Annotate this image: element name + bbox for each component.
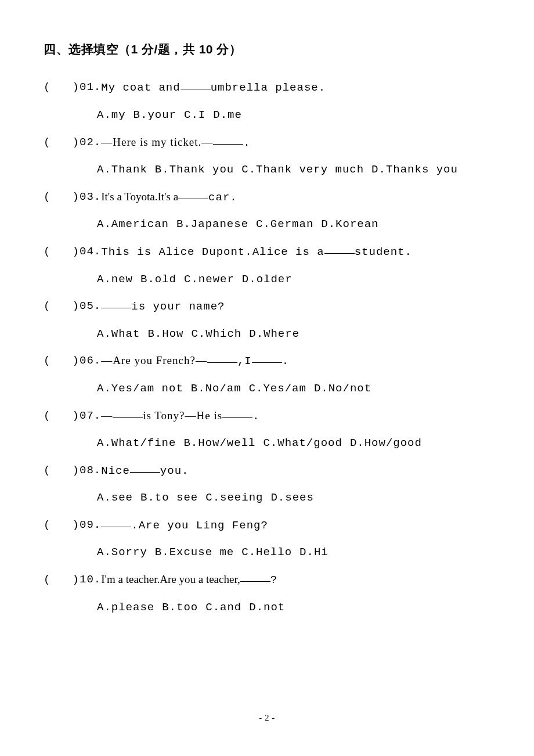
option-c[interactable]: C.German — [256, 218, 313, 231]
option-d[interactable]: D.not — [249, 601, 285, 614]
option-c[interactable]: C.seeing — [205, 491, 263, 504]
option-d[interactable]: D.No/not — [314, 382, 371, 395]
answer-paren[interactable]: ( ) — [44, 80, 80, 96]
option-c[interactable]: C.and — [205, 601, 241, 614]
blank[interactable] — [101, 297, 131, 308]
question-text: .Are you Ling Feng? — [101, 517, 268, 534]
option-a[interactable]: A.see — [97, 491, 133, 504]
option-b[interactable]: B.Excuse me — [155, 546, 234, 559]
option-b[interactable]: B.Thank you — [155, 163, 234, 176]
option-a[interactable]: A.please — [97, 601, 154, 614]
answer-paren[interactable]: ( ) — [44, 353, 80, 369]
question-options: A.myB.yourC.ID.me — [44, 107, 490, 123]
question-stem: ( ) 09. .Are you Ling Feng? — [44, 517, 490, 534]
option-d[interactable]: D.me — [213, 109, 242, 121]
option-a[interactable]: A.Thank — [97, 163, 147, 176]
option-c[interactable]: C.newer — [184, 273, 234, 286]
option-b[interactable]: B.How — [147, 327, 183, 340]
question-item: ( ) 08. Niceyou. A.seeB.to seeC.seeingD.… — [44, 463, 490, 506]
option-c[interactable]: C.I — [184, 109, 205, 121]
option-b[interactable]: B.your — [134, 109, 176, 121]
answer-paren[interactable]: ( ) — [44, 298, 80, 315]
option-b[interactable]: B.old — [140, 273, 176, 286]
question-options: A.What/fineB.How/wellC.What/goodD.How/go… — [44, 435, 490, 451]
question-text: —is Tony?—He is. — [101, 408, 259, 424]
option-a[interactable]: A.my — [97, 109, 126, 121]
question-stem: ( ) 08. Niceyou. — [44, 463, 490, 479]
blank[interactable] — [178, 188, 208, 199]
blank[interactable] — [240, 571, 270, 582]
option-a[interactable]: A.new — [97, 273, 133, 286]
question-text: It's a Toyota.It's acar. — [101, 189, 237, 206]
option-c[interactable]: C.Hello — [241, 546, 292, 559]
option-d[interactable]: D.Where — [249, 327, 300, 340]
question-text: is your name? — [101, 298, 225, 315]
blank[interactable] — [324, 243, 355, 254]
question-text: —Here is my ticket.—. — [101, 135, 250, 151]
option-a[interactable]: A.American — [97, 218, 169, 231]
option-a[interactable]: A.What/fine — [97, 437, 176, 449]
question-number: 03. — [80, 189, 101, 206]
question-number: 02. — [80, 135, 101, 151]
question-item: ( ) 06. —Are you French?—,I. A.Yes/am no… — [44, 353, 490, 396]
question-stem: ( ) 05. is your name? — [44, 298, 490, 315]
question-options: A.WhatB.HowC.WhichD.Where — [44, 326, 490, 342]
blank[interactable] — [222, 407, 252, 418]
question-options: A.newB.oldC.newerD.older — [44, 272, 490, 287]
option-d[interactable]: D.Hi — [300, 546, 329, 559]
option-c[interactable]: C.Which — [191, 327, 241, 340]
option-a[interactable]: A.What — [97, 327, 140, 340]
question-number: 10. — [80, 572, 101, 588]
blank[interactable] — [181, 78, 211, 89]
blank[interactable] — [101, 516, 131, 527]
option-d[interactable]: D.older — [242, 273, 293, 286]
option-d[interactable]: D.sees — [270, 491, 313, 504]
question-item: ( ) 07. —is Tony?—He is. A.What/fineB.Ho… — [44, 408, 490, 451]
question-text: Niceyou. — [101, 463, 189, 479]
option-b[interactable]: B.too — [162, 601, 198, 614]
answer-paren[interactable]: ( ) — [44, 463, 80, 479]
option-b[interactable]: B.Japanese — [176, 218, 248, 231]
blank[interactable] — [213, 134, 243, 145]
option-b[interactable]: B.to see — [140, 491, 198, 504]
question-options: A.pleaseB.tooC.andD.not — [44, 600, 490, 615]
question-options: A.AmericanB.JapaneseC.GermanD.Korean — [44, 217, 490, 232]
option-a[interactable]: A.Sorry — [97, 546, 147, 559]
section-title: 四、选择填空（1 分/题，共 10 分） — [44, 41, 490, 57]
option-d[interactable]: D.How/good — [350, 437, 422, 449]
question-stem: ( ) 10. I'm a teacher.Are you a teacher,… — [44, 572, 490, 588]
question-number: 06. — [80, 353, 101, 369]
option-c[interactable]: C.Yes/am — [249, 382, 306, 395]
answer-paren[interactable]: ( ) — [44, 244, 80, 260]
answer-paren[interactable]: ( ) — [44, 517, 80, 534]
option-b[interactable]: B.How/well — [183, 437, 255, 449]
question-stem: ( ) 01. My coat andumbrella please. — [44, 80, 490, 96]
blank[interactable] — [207, 352, 237, 363]
answer-paren[interactable]: ( ) — [44, 408, 80, 424]
option-c[interactable]: C.Thank very much — [241, 163, 364, 176]
question-item: ( ) 10. I'm a teacher.Are you a teacher,… — [44, 572, 490, 615]
question-item: ( ) 02. —Here is my ticket.—. A.ThankB.T… — [44, 135, 490, 178]
option-d[interactable]: D.Thanks you — [371, 163, 458, 176]
question-stem: ( ) 04. This is Alice Dupont.Alice is as… — [44, 244, 490, 260]
answer-paren[interactable]: ( ) — [44, 189, 80, 206]
question-options: A.seeB.to seeC.seeingD.sees — [44, 490, 490, 506]
question-text: I'm a teacher.Are you a teacher,? — [101, 572, 277, 588]
option-d[interactable]: D.Korean — [321, 218, 378, 231]
question-stem: ( ) 02. —Here is my ticket.—. — [44, 135, 490, 151]
questions-container: ( ) 01. My coat andumbrella please. A.my… — [44, 80, 490, 615]
question-text: —Are you French?—,I. — [101, 353, 289, 369]
option-c[interactable]: C.What/good — [263, 437, 342, 449]
blank[interactable] — [113, 407, 143, 418]
question-text: My coat andumbrella please. — [101, 80, 326, 96]
answer-paren[interactable]: ( ) — [44, 135, 80, 151]
option-a[interactable]: A.Yes/am not — [97, 382, 183, 395]
question-number: 07. — [80, 408, 101, 424]
answer-paren[interactable]: ( ) — [44, 572, 80, 588]
blank[interactable] — [130, 462, 160, 473]
question-item: ( ) 01. My coat andumbrella please. A.my… — [44, 80, 490, 123]
option-b[interactable]: B.No/am — [191, 382, 241, 395]
question-item: ( ) 03. It's a Toyota.It's acar. A.Ameri… — [44, 189, 490, 232]
blank[interactable] — [252, 352, 282, 363]
question-number: 05. — [80, 298, 101, 315]
